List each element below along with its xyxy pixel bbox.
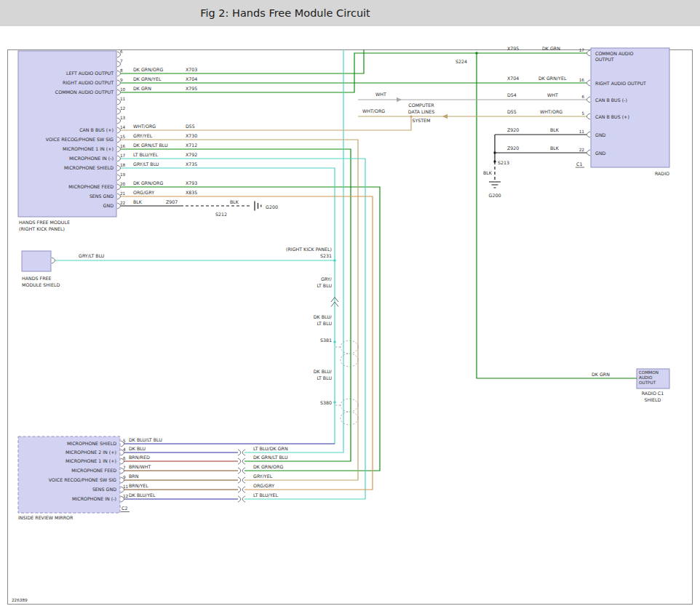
- component-label: CAN B BUS (-): [595, 97, 627, 103]
- component-label: COMMON AUDIO: [595, 51, 634, 56]
- component-label: CAN B BUS (+): [595, 114, 629, 119]
- shield-oval-link: [335, 347, 341, 405]
- splice-s380-dot: [333, 401, 336, 404]
- bus-arrow-icon: [397, 97, 402, 102]
- diagram-ref: 226389: [12, 598, 28, 602]
- component-name: INSIDE REVIEW MIRROR: [18, 515, 73, 520]
- wire-circuit-label: Z920: [507, 145, 519, 151]
- component-label: LEFT AUDIO OUTPUT: [66, 71, 114, 76]
- pin-number: 14: [120, 125, 126, 129]
- inside-review-mirror-box: [18, 436, 120, 513]
- component-label: MICROPHONE SHIELD: [64, 165, 114, 170]
- wire-color-label: LT BLU/YEL: [133, 152, 159, 157]
- wire-circuit-label: X730: [186, 133, 197, 138]
- wire-color-label: DK GRN: [133, 86, 151, 91]
- wire-color-label: LT BLU: [317, 321, 332, 326]
- splice-label: S224: [456, 59, 467, 64]
- wire-color-label: WHT/ORG: [133, 124, 156, 129]
- wire-color-label: DK GRN/LT BLU: [133, 143, 168, 148]
- wire-circuit-label: Z920: [507, 127, 519, 132]
- wire-color-label: WHT: [375, 92, 386, 97]
- wire-color-label: DK GRN/YEL: [133, 76, 162, 81]
- wiring-diagram: Fig 2: Hands Free Module Circuit 226389: [0, 0, 700, 614]
- wire-circuit-label: X792: [186, 152, 197, 157]
- wire-color-label: BRN/WHT: [129, 464, 151, 469]
- component-name: HANDS FREE MODULE: [19, 220, 70, 225]
- system-label: COMPUTER: [408, 103, 434, 108]
- ground-label: G200: [489, 193, 501, 198]
- component-name: HANDS FREE: [22, 276, 52, 281]
- component-label: MICROPHONE IN (-): [72, 496, 116, 501]
- wire-circuit-label: X795: [186, 86, 197, 91]
- wire-x712-mic1: [121, 149, 351, 461]
- wire-circuit-label: X735: [186, 162, 197, 167]
- wire-circuit-label: X793: [186, 180, 197, 186]
- splice-label: S380: [320, 400, 332, 405]
- component-label: COMMON: [639, 370, 659, 375]
- wire-circuit-label: X835: [186, 190, 197, 195]
- wire-color-label: LT BLU/YEL: [253, 493, 279, 498]
- pin-number: 19: [120, 172, 126, 177]
- wire-color-label: DK GRN/ORG: [133, 67, 163, 72]
- component-label: MICROPHONE FEED: [68, 184, 114, 189]
- pin-number: 18: [120, 163, 126, 167]
- wire-color-label: DK BLU: [129, 446, 146, 451]
- wire-color-label: ORG/GRY: [253, 483, 274, 488]
- connector-label: C2: [122, 506, 127, 511]
- wire-color-label: DK BLU/YEL: [129, 493, 156, 498]
- wire-color-label: ORG/GRY: [133, 190, 154, 195]
- wire-color-label: WHT/ORG: [362, 108, 385, 113]
- component-label: OUTPUT: [639, 380, 656, 385]
- wire-color-label: BRN/YEL: [129, 483, 148, 488]
- wire-color-label: LT BLU: [317, 375, 332, 380]
- pin-number: 15: [120, 135, 126, 139]
- component-label: VOICE RECOG/PHONE SW SIG: [49, 477, 116, 482]
- splice-label: S381: [320, 338, 332, 343]
- component-label: MICROPHONE 2 IN (+): [65, 450, 116, 455]
- wire-color-label: BLK: [550, 145, 560, 151]
- component-name: RADIO C1: [642, 391, 664, 396]
- wire-color-label: DK GRN: [542, 46, 560, 51]
- hands-free-module-box: [18, 51, 116, 217]
- splice-label: S212: [215, 212, 227, 217]
- wire-color-label: GRY/LT BLU: [79, 253, 105, 258]
- ground-g200-icon: [255, 202, 261, 211]
- component-name: SHIELD: [645, 397, 661, 402]
- component-name: MODULE SHIELD: [22, 282, 60, 287]
- wire-x730-voice-recog: [121, 140, 358, 480]
- wire-circuit-label: Z907: [166, 199, 178, 204]
- splice-s213-dot: [493, 160, 496, 162]
- component-label: MICROPHONE 1 IN (+): [63, 146, 114, 151]
- connector-label: C1: [576, 162, 582, 167]
- wire-circuit-label: D55: [507, 109, 517, 114]
- component-label: RIGHT AUDIO OUTPUT: [595, 81, 646, 86]
- pin-number: 20: [120, 182, 126, 186]
- splice-s231-dot: [333, 259, 336, 262]
- wire-color-label: BLK: [550, 127, 560, 132]
- wire-circuit-label: X712: [186, 143, 197, 148]
- system-label: SYSTEM: [412, 118, 430, 123]
- ground-g200-icon: [489, 182, 501, 188]
- component-label: MICROPHONE SHIELD: [67, 441, 116, 446]
- wire-color-label: GRY/LT BLU: [133, 162, 159, 167]
- pin-number: 5: [123, 439, 126, 443]
- pin-number: 12: [123, 494, 129, 498]
- wire-color-label: BRN/RED: [129, 455, 150, 460]
- wire-color-label: BLK: [230, 199, 239, 204]
- location-label: (RIGHT KICK PANEL): [286, 247, 332, 252]
- wire-color-label: GRY/YEL: [133, 133, 153, 138]
- pin-number: 6: [581, 95, 584, 99]
- pin-number: 4: [123, 447, 126, 452]
- wire-color-label: BLK: [133, 199, 143, 204]
- pin-number: 16: [120, 144, 126, 148]
- pin-number: 12: [120, 106, 126, 111]
- inline-connector-icons: [238, 450, 245, 502]
- wire-color-label: DK GRN: [592, 372, 610, 377]
- wire-color-label: DK GRN/ORG: [253, 464, 283, 469]
- wire-color-label: WHT: [547, 92, 558, 97]
- component-label: RIGHT AUDIO OUTPUT: [63, 80, 114, 85]
- pin-number: 6: [123, 456, 126, 460]
- pin-number: 17: [120, 154, 126, 158]
- wire-circuit-label: D54: [507, 92, 517, 97]
- radio-pin-brackets: [587, 50, 591, 156]
